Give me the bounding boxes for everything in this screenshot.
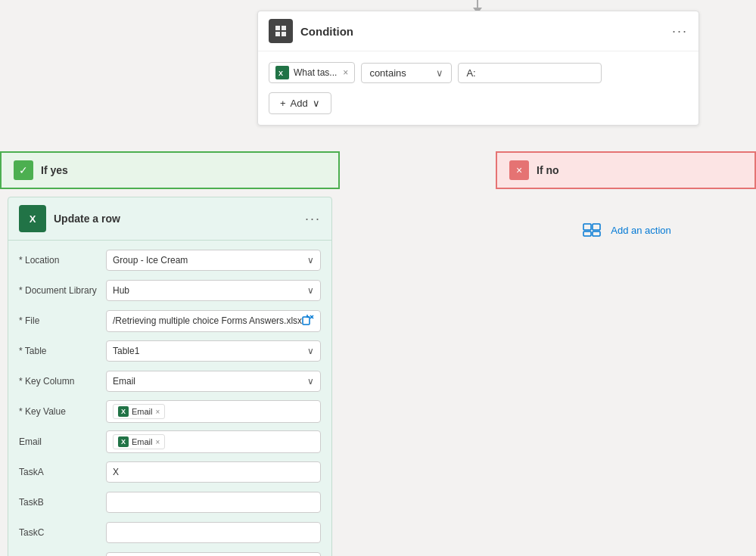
location-value: Group - Ice Cream: [113, 255, 188, 266]
doc-library-label: * Document Library: [19, 285, 106, 296]
email-tag-close[interactable]: ×: [156, 438, 160, 446]
add-plus-icon: +: [280, 98, 286, 109]
task-d-row: TaskD: [19, 551, 321, 556]
table-value: Table1: [113, 346, 139, 356]
task-b-field[interactable]: [106, 492, 321, 513]
task-b-label: TaskB: [19, 497, 106, 508]
email-row: Email X Email ×: [19, 430, 321, 454]
doc-library-row: * Document Library Hub ∨: [19, 278, 321, 303]
key-column-select[interactable]: Email ∨: [106, 371, 321, 392]
task-c-field[interactable]: [106, 522, 321, 543]
file-browse-icon[interactable]: [302, 314, 314, 328]
chip-excel-icon: X: [275, 66, 289, 79]
operator-chevron-icon: ∨: [436, 67, 443, 79]
key-column-row: * Key Column Email ∨: [19, 369, 321, 393]
file-label: * File: [19, 315, 106, 326]
check-icon: ✓: [14, 160, 33, 180]
doc-library-value: Hub: [113, 285, 129, 296]
email-tag-label: Email: [132, 437, 153, 446]
operator-select[interactable]: contains ∨: [361, 63, 452, 83]
table-row: * Table Table1 ∨: [19, 339, 321, 363]
table-label: * Table: [19, 346, 106, 356]
update-row-excel-icon: X: [19, 205, 46, 232]
location-select[interactable]: Group - Ice Cream ∨: [106, 250, 321, 271]
add-action-label: Add an action: [611, 225, 671, 236]
svg-rect-11: [593, 231, 600, 236]
condition-row: X What tas... × contains ∨: [269, 62, 688, 83]
update-row-title: Update a row: [54, 213, 297, 225]
key-value-row: * Key Value X Email ×: [19, 399, 321, 424]
if-yes-branch: ✓ If yes X Update a row ··· * Location: [0, 151, 340, 556]
no-x-symbol: ×: [516, 164, 522, 176]
update-row-header: X Update a row ···: [8, 197, 331, 241]
table-chevron-icon: ∨: [307, 346, 314, 356]
key-value-label: * Key Value: [19, 406, 106, 417]
svg-rect-10: [583, 231, 591, 236]
email-label: Email: [19, 436, 106, 447]
key-value-tag-label: Email: [132, 407, 153, 416]
key-value-tag-icon: X: [118, 406, 129, 417]
location-label: * Location: [19, 255, 106, 266]
task-c-row: TaskC: [19, 520, 321, 545]
condition-icon: [269, 19, 293, 43]
key-column-value: Email: [113, 376, 135, 387]
file-input[interactable]: /Retrieving multiple choice Forms Answer…: [106, 310, 321, 332]
condition-title: Condition: [300, 25, 664, 38]
task-d-field[interactable]: [106, 552, 321, 556]
file-value: /Retrieving multiple choice Forms Answer…: [113, 315, 302, 326]
check-symbol: ✓: [19, 164, 28, 176]
svg-rect-5: [303, 317, 310, 325]
condition-chip[interactable]: X What tas... ×: [269, 62, 355, 83]
doc-library-chevron-icon: ∨: [307, 285, 314, 296]
svg-rect-1: [282, 26, 286, 30]
key-value-tag[interactable]: X Email ×: [113, 404, 165, 419]
no-x-icon: ×: [509, 160, 529, 180]
condition-header: Condition ···: [258, 11, 698, 51]
key-value-tag-close[interactable]: ×: [156, 408, 160, 416]
add-action-button[interactable]: Add an action: [496, 203, 756, 257]
email-tag[interactable]: X Email ×: [113, 434, 165, 449]
condition-body: X What tas... × contains ∨ + Add ∨: [258, 51, 698, 125]
if-no-title: If no: [537, 164, 559, 176]
key-value-field[interactable]: X Email ×: [106, 400, 321, 423]
task-a-label: TaskA: [19, 467, 106, 477]
condition-add-row: + Add ∨: [269, 92, 688, 114]
operator-value: contains: [369, 67, 406, 79]
svg-rect-8: [583, 224, 591, 230]
chip-label: What tas...: [294, 67, 337, 78]
task-c-label: TaskC: [19, 527, 106, 538]
location-row: * Location Group - Ice Cream ∨: [19, 248, 321, 272]
table-select[interactable]: Table1 ∨: [106, 340, 321, 362]
update-row-form: * Location Group - Ice Cream ∨ * Documen…: [8, 241, 331, 556]
file-row: * File /Retrieving multiple choice Forms…: [19, 309, 321, 333]
if-no-header: × If no: [496, 151, 756, 189]
add-chevron-icon: ∨: [313, 98, 320, 109]
svg-rect-9: [593, 224, 600, 230]
condition-card: Condition ··· X What tas... × contains ∨: [257, 11, 699, 126]
svg-rect-3: [282, 32, 286, 36]
location-chevron-icon: ∨: [307, 255, 314, 266]
if-yes-title: If yes: [41, 164, 68, 176]
task-a-value: X: [113, 467, 119, 477]
task-a-row: TaskA X: [19, 460, 321, 484]
update-row-menu-button[interactable]: ···: [305, 211, 321, 227]
condition-value-input[interactable]: [458, 63, 602, 83]
condition-menu-button[interactable]: ···: [672, 23, 688, 39]
add-action-icon: [580, 218, 605, 242]
svg-text:X: X: [278, 70, 283, 77]
email-tag-icon: X: [118, 436, 129, 447]
add-button-label: Add: [291, 98, 308, 109]
svg-rect-2: [275, 32, 280, 36]
chip-close-button[interactable]: ×: [343, 67, 348, 78]
if-no-branch: × If no: [496, 151, 756, 189]
key-column-chevron-icon: ∨: [307, 376, 314, 387]
task-b-row: TaskB: [19, 490, 321, 514]
condition-add-button[interactable]: + Add ∨: [269, 92, 331, 114]
key-column-label: * Key Column: [19, 376, 106, 387]
if-yes-header: ✓ If yes: [0, 151, 340, 189]
svg-rect-0: [275, 26, 280, 30]
task-a-field[interactable]: X: [106, 461, 321, 483]
update-row-card: X Update a row ··· * Location Group - Ic…: [8, 197, 332, 556]
email-field[interactable]: X Email ×: [106, 430, 321, 453]
doc-library-select[interactable]: Hub ∨: [106, 280, 321, 301]
